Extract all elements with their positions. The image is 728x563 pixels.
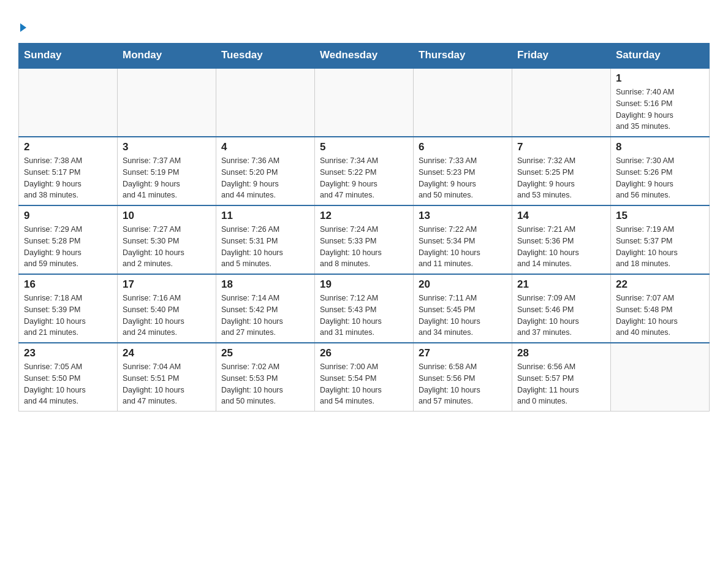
calendar-cell: 18Sunrise: 7:14 AM Sunset: 5:42 PM Dayli… xyxy=(216,274,315,343)
calendar-cell: 1Sunrise: 7:40 AM Sunset: 5:16 PM Daylig… xyxy=(611,68,710,137)
calendar-cell: 25Sunrise: 7:02 AM Sunset: 5:53 PM Dayli… xyxy=(216,343,315,412)
day-info: Sunrise: 6:58 AM Sunset: 5:56 PM Dayligh… xyxy=(419,361,507,407)
calendar-cell: 16Sunrise: 7:18 AM Sunset: 5:39 PM Dayli… xyxy=(19,274,118,343)
calendar-cell xyxy=(19,68,118,137)
day-number: 15 xyxy=(616,210,704,222)
day-number: 23 xyxy=(24,347,112,359)
day-info: Sunrise: 7:19 AM Sunset: 5:37 PM Dayligh… xyxy=(616,224,704,270)
day-number: 28 xyxy=(517,347,605,359)
calendar-week-row: 23Sunrise: 7:05 AM Sunset: 5:50 PM Dayli… xyxy=(19,343,710,412)
calendar-cell: 7Sunrise: 7:32 AM Sunset: 5:25 PM Daylig… xyxy=(512,137,611,205)
day-info: Sunrise: 7:29 AM Sunset: 5:28 PM Dayligh… xyxy=(24,224,112,270)
day-number: 22 xyxy=(616,278,704,291)
day-number: 18 xyxy=(221,278,309,291)
day-number: 9 xyxy=(24,210,112,222)
calendar-cell: 10Sunrise: 7:27 AM Sunset: 5:30 PM Dayli… xyxy=(118,205,216,274)
calendar-cell: 27Sunrise: 6:58 AM Sunset: 5:56 PM Dayli… xyxy=(414,343,512,412)
day-info: Sunrise: 7:40 AM Sunset: 5:16 PM Dayligh… xyxy=(616,86,704,132)
day-number: 16 xyxy=(24,278,112,291)
logo-arrow-icon xyxy=(20,23,26,32)
day-info: Sunrise: 7:09 AM Sunset: 5:46 PM Dayligh… xyxy=(517,293,605,339)
calendar-cell: 9Sunrise: 7:29 AM Sunset: 5:28 PM Daylig… xyxy=(19,205,118,274)
day-number: 25 xyxy=(221,347,309,359)
day-info: Sunrise: 7:16 AM Sunset: 5:40 PM Dayligh… xyxy=(123,293,211,339)
calendar-table: Sunday Monday Tuesday Wednesday Thursday… xyxy=(18,43,710,412)
day-info: Sunrise: 6:56 AM Sunset: 5:57 PM Dayligh… xyxy=(517,361,605,407)
day-number: 14 xyxy=(517,210,605,222)
day-number: 6 xyxy=(419,141,507,153)
day-info: Sunrise: 7:27 AM Sunset: 5:30 PM Dayligh… xyxy=(123,224,211,270)
calendar-cell: 6Sunrise: 7:33 AM Sunset: 5:23 PM Daylig… xyxy=(414,137,512,205)
day-info: Sunrise: 7:36 AM Sunset: 5:20 PM Dayligh… xyxy=(221,155,309,201)
day-info: Sunrise: 7:22 AM Sunset: 5:34 PM Dayligh… xyxy=(419,224,507,270)
day-number: 27 xyxy=(419,347,507,359)
calendar-cell xyxy=(512,68,611,137)
calendar-cell: 20Sunrise: 7:11 AM Sunset: 5:45 PM Dayli… xyxy=(414,274,512,343)
day-number: 12 xyxy=(320,210,408,222)
day-number: 10 xyxy=(123,210,211,222)
calendar-cell: 5Sunrise: 7:34 AM Sunset: 5:22 PM Daylig… xyxy=(315,137,414,205)
day-number: 4 xyxy=(221,141,309,153)
day-number: 11 xyxy=(221,210,309,222)
col-sunday: Sunday xyxy=(19,43,118,68)
day-info: Sunrise: 7:32 AM Sunset: 5:25 PM Dayligh… xyxy=(517,155,605,201)
col-thursday: Thursday xyxy=(414,43,512,68)
col-monday: Monday xyxy=(118,43,216,68)
day-number: 24 xyxy=(123,347,211,359)
day-info: Sunrise: 7:37 AM Sunset: 5:19 PM Dayligh… xyxy=(123,155,211,201)
day-number: 20 xyxy=(419,278,507,291)
day-number: 26 xyxy=(320,347,408,359)
day-number: 8 xyxy=(616,141,704,153)
calendar-cell: 4Sunrise: 7:36 AM Sunset: 5:20 PM Daylig… xyxy=(216,137,315,205)
calendar-week-row: 2Sunrise: 7:38 AM Sunset: 5:17 PM Daylig… xyxy=(19,137,710,205)
day-info: Sunrise: 7:34 AM Sunset: 5:22 PM Dayligh… xyxy=(320,155,408,201)
col-wednesday: Wednesday xyxy=(315,43,414,68)
calendar-cell: 14Sunrise: 7:21 AM Sunset: 5:36 PM Dayli… xyxy=(512,205,611,274)
day-info: Sunrise: 7:24 AM Sunset: 5:33 PM Dayligh… xyxy=(320,224,408,270)
page-header xyxy=(18,12,710,37)
calendar-cell: 2Sunrise: 7:38 AM Sunset: 5:17 PM Daylig… xyxy=(19,137,118,205)
calendar-cell: 3Sunrise: 7:37 AM Sunset: 5:19 PM Daylig… xyxy=(118,137,216,205)
day-info: Sunrise: 7:33 AM Sunset: 5:23 PM Dayligh… xyxy=(419,155,507,201)
day-number: 19 xyxy=(320,278,408,291)
day-info: Sunrise: 7:38 AM Sunset: 5:17 PM Dayligh… xyxy=(24,155,112,201)
calendar-cell xyxy=(216,68,315,137)
calendar-cell: 12Sunrise: 7:24 AM Sunset: 5:33 PM Dayli… xyxy=(315,205,414,274)
col-tuesday: Tuesday xyxy=(216,43,315,68)
calendar-cell: 15Sunrise: 7:19 AM Sunset: 5:37 PM Dayli… xyxy=(611,205,710,274)
day-number: 5 xyxy=(320,141,408,153)
calendar-cell: 8Sunrise: 7:30 AM Sunset: 5:26 PM Daylig… xyxy=(611,137,710,205)
calendar-week-row: 16Sunrise: 7:18 AM Sunset: 5:39 PM Dayli… xyxy=(19,274,710,343)
day-info: Sunrise: 7:26 AM Sunset: 5:31 PM Dayligh… xyxy=(221,224,309,270)
calendar-cell: 19Sunrise: 7:12 AM Sunset: 5:43 PM Dayli… xyxy=(315,274,414,343)
calendar-cell xyxy=(611,343,710,412)
calendar-cell: 13Sunrise: 7:22 AM Sunset: 5:34 PM Dayli… xyxy=(414,205,512,274)
day-info: Sunrise: 7:07 AM Sunset: 5:48 PM Dayligh… xyxy=(616,293,704,339)
calendar-cell: 22Sunrise: 7:07 AM Sunset: 5:48 PM Dayli… xyxy=(611,274,710,343)
col-saturday: Saturday xyxy=(611,43,710,68)
logo xyxy=(18,12,26,37)
calendar-cell: 24Sunrise: 7:04 AM Sunset: 5:51 PM Dayli… xyxy=(118,343,216,412)
day-number: 17 xyxy=(123,278,211,291)
calendar-week-row: 1Sunrise: 7:40 AM Sunset: 5:16 PM Daylig… xyxy=(19,68,710,137)
day-info: Sunrise: 7:21 AM Sunset: 5:36 PM Dayligh… xyxy=(517,224,605,270)
calendar-cell xyxy=(118,68,216,137)
day-number: 7 xyxy=(517,141,605,153)
day-info: Sunrise: 7:00 AM Sunset: 5:54 PM Dayligh… xyxy=(320,361,408,407)
day-number: 1 xyxy=(616,72,704,85)
day-number: 3 xyxy=(123,141,211,153)
day-number: 2 xyxy=(24,141,112,153)
calendar-cell: 11Sunrise: 7:26 AM Sunset: 5:31 PM Dayli… xyxy=(216,205,315,274)
day-number: 13 xyxy=(419,210,507,222)
day-info: Sunrise: 7:05 AM Sunset: 5:50 PM Dayligh… xyxy=(24,361,112,407)
calendar-cell: 23Sunrise: 7:05 AM Sunset: 5:50 PM Dayli… xyxy=(19,343,118,412)
calendar-cell: 17Sunrise: 7:16 AM Sunset: 5:40 PM Dayli… xyxy=(118,274,216,343)
day-info: Sunrise: 7:18 AM Sunset: 5:39 PM Dayligh… xyxy=(24,293,112,339)
day-info: Sunrise: 7:30 AM Sunset: 5:26 PM Dayligh… xyxy=(616,155,704,201)
day-info: Sunrise: 7:12 AM Sunset: 5:43 PM Dayligh… xyxy=(320,293,408,339)
calendar-cell xyxy=(315,68,414,137)
calendar-cell xyxy=(414,68,512,137)
calendar-week-row: 9Sunrise: 7:29 AM Sunset: 5:28 PM Daylig… xyxy=(19,205,710,274)
calendar-cell: 26Sunrise: 7:00 AM Sunset: 5:54 PM Dayli… xyxy=(315,343,414,412)
day-info: Sunrise: 7:04 AM Sunset: 5:51 PM Dayligh… xyxy=(123,361,211,407)
